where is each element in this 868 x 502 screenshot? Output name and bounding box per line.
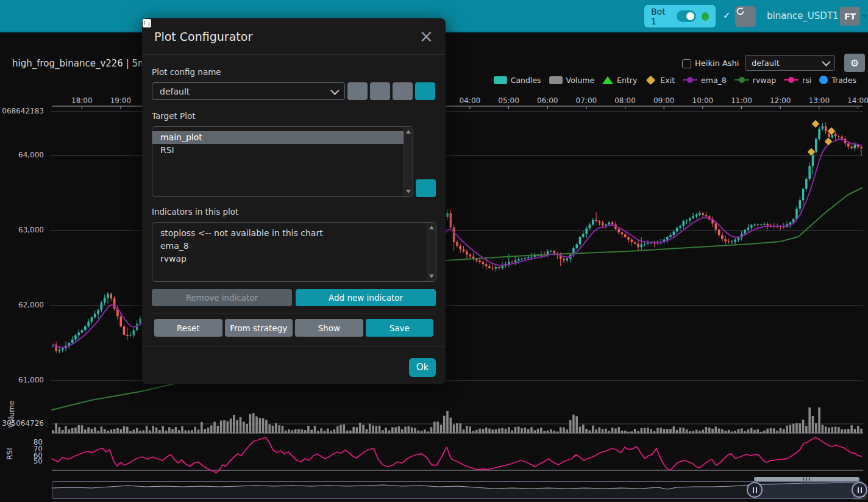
- indicators-label: Indicators in this plot: [152, 207, 436, 217]
- target-plot-listbox[interactable]: main_plotRSI: [152, 126, 413, 197]
- plot-config-name-label: Plot config name: [152, 67, 436, 77]
- datazoom-navigator[interactable]: [52, 481, 863, 499]
- datazoom-selected-window[interactable]: [755, 481, 859, 499]
- scroll-down-icon[interactable]: [406, 190, 411, 193]
- add-plot-button[interactable]: [416, 179, 436, 197]
- delete-config-button[interactable]: [393, 82, 413, 100]
- reset-button[interactable]: Reset: [154, 319, 222, 337]
- scroll-up-icon[interactable]: [429, 226, 434, 229]
- scrollbar-grip-icon[interactable]: [803, 478, 810, 481]
- square-plus-icon: [142, 18, 152, 28]
- show-button[interactable]: Show: [295, 319, 363, 337]
- chevron-down-icon: [330, 86, 339, 95]
- remove-indicator-button[interactable]: Remove indicator: [152, 289, 292, 306]
- modal-header: Plot Configurator ×: [142, 18, 446, 55]
- config-name-select[interactable]: default: [152, 82, 345, 100]
- indicator-item[interactable]: rvwap: [152, 253, 427, 265]
- indicators-listbox[interactable]: stoploss <-- not available in this chart…: [152, 222, 436, 282]
- plot-configurator-modal: Plot Configurator × Plot config name def…: [142, 18, 446, 384]
- add-new-indicator-button[interactable]: Add new indicator: [296, 289, 436, 306]
- indicator-item[interactable]: ema_8: [152, 240, 427, 253]
- scrollbar[interactable]: [427, 223, 436, 281]
- datazoom-right-handle[interactable]: [852, 482, 867, 498]
- modal-title: Plot Configurator: [154, 30, 252, 43]
- save-button[interactable]: Save: [366, 319, 434, 337]
- from-strategy-button[interactable]: From strategy: [225, 319, 293, 337]
- rename-config-button[interactable]: [347, 82, 368, 100]
- target-plot-label: Target Plot: [152, 111, 436, 121]
- app-root: Bot 1 ✓ binance_USDT1 FT high_frog_binan…: [0, 0, 868, 502]
- close-icon[interactable]: ×: [419, 30, 433, 43]
- scrollbar[interactable]: [404, 127, 413, 196]
- config-name-select-value: default: [160, 87, 190, 96]
- indicator-item[interactable]: stoploss <-- not available in this chart: [152, 227, 427, 240]
- target-plot-item[interactable]: RSI: [152, 144, 404, 157]
- scroll-up-icon[interactable]: [406, 130, 411, 134]
- add-config-button[interactable]: [415, 82, 435, 100]
- ok-button[interactable]: Ok: [409, 358, 436, 377]
- modal-footer: Ok: [142, 346, 446, 387]
- duplicate-config-button[interactable]: [370, 82, 390, 100]
- scroll-down-icon[interactable]: [429, 274, 434, 278]
- datazoom-left-handle[interactable]: [747, 482, 763, 498]
- target-plot-item[interactable]: main_plot: [152, 131, 404, 144]
